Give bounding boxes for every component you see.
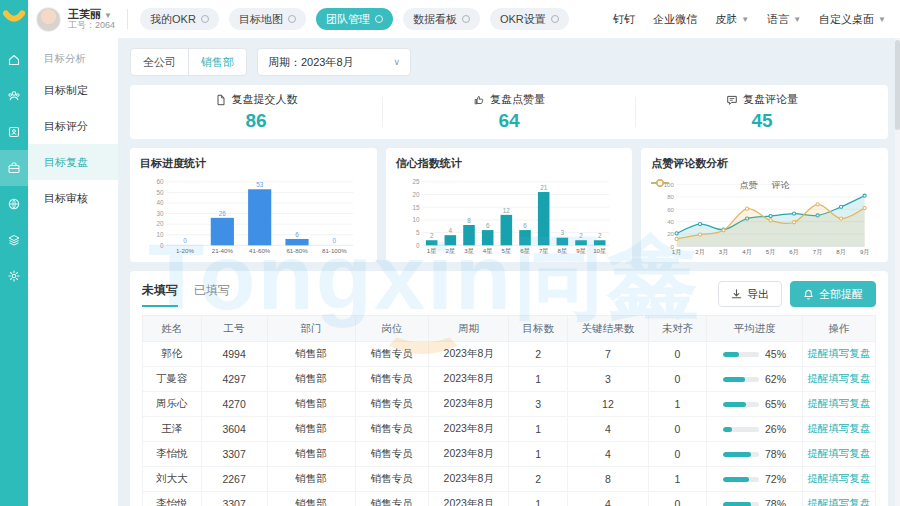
point [840,217,843,220]
legend-item[interactable]: 评论 [772,179,790,192]
rail-item-home-icon[interactable] [0,42,28,78]
remind-all-button[interactable]: 全部提醒 [790,281,876,307]
topbar-item[interactable]: 企业微信 [653,12,697,27]
point [863,206,866,209]
topbar-item[interactable]: 皮肤▼ [715,12,749,27]
sidebar-item[interactable]: 目标制定 [28,72,118,108]
cell-dept: 销售部 [267,492,355,506]
stat-value: 64 [498,110,519,132]
progress-track [723,502,759,506]
bar [519,230,531,245]
chart-card-confidence: 信心指数统计 051015202521星42星83星64星125星66星217星… [386,148,633,262]
remind-fill-link[interactable]: 提醒填写复盘 [807,347,870,359]
nav-tab[interactable]: 目标地图 [229,8,306,30]
cell-period: 2023年8月 [428,442,509,467]
remind-fill-link[interactable]: 提醒填写复盘 [807,472,870,484]
thumb-up-icon [473,94,485,106]
chart-card-likes-comments: 点赞评论数分析 点赞评论 0204060801001月2月3月4月5月6月7月8… [641,148,888,262]
rail-item-id-card-icon[interactable] [0,114,28,150]
svg-text:41-60%: 41-60% [249,247,271,254]
topbar-item-label: 自定义桌面 [819,12,874,27]
scope-segment[interactable]: 全公司 [131,49,188,75]
svg-text:3月: 3月 [719,248,728,256]
cell-goals: 3 [509,392,568,417]
cell-role: 销售专员 [355,392,428,417]
sidebar-item[interactable]: 目标评分 [28,108,118,144]
cell-krs: 12 [568,392,649,417]
svg-text:0: 0 [183,237,187,244]
remind-fill-link[interactable]: 提醒填写复盘 [807,422,870,434]
svg-text:2: 2 [579,232,583,239]
cell-dept: 销售部 [267,367,355,392]
cell-period: 2023年8月 [428,342,509,367]
svg-text:5星: 5星 [501,247,511,254]
cell-unaligned: 0 [648,367,707,392]
cell-goals: 1 [509,417,568,442]
progress-label: 65% [765,398,786,410]
period-select[interactable]: 周期：2023年8月 ∨ [257,48,411,76]
filter-row: 全公司销售部 周期：2023年8月 ∨ [130,48,888,76]
table-header-row: 姓名工号部门岗位周期目标数关键结果数未对齐平均进度操作 [143,316,876,342]
topbar-item[interactable]: 语言▼ [767,12,801,27]
scrollbar[interactable] [895,38,900,506]
point [769,214,772,217]
remind-all-label: 全部提醒 [819,287,863,302]
remind-fill-link[interactable]: 提醒填写复盘 [807,372,870,384]
sidebar-item[interactable]: 目标复盘 [28,144,118,180]
svg-text:10: 10 [412,216,420,223]
progress-track [723,402,759,407]
rail-item-gear-icon[interactable] [0,258,28,294]
rail-item-briefcase-icon[interactable] [0,150,28,186]
stat-value: 45 [751,110,772,132]
svg-text:6: 6 [486,222,490,229]
svg-text:5: 5 [416,229,420,236]
column-header: 目标数 [509,316,568,342]
nav-tab[interactable]: 我的OKR [140,8,219,30]
scrollbar-thumb[interactable] [895,40,900,130]
remind-fill-link[interactable]: 提醒填写复盘 [807,497,870,506]
nav-tab[interactable]: 团队管理 [316,8,393,30]
cell-progress: 62% [707,367,802,392]
smile-logo-icon [3,8,25,26]
nav-tab[interactable]: OKR设置 [490,8,569,30]
svg-text:2星: 2星 [445,247,455,254]
remind-fill-link[interactable]: 提醒填写复盘 [807,447,870,459]
cell-id: 3307 [201,492,267,506]
remind-fill-link[interactable]: 提醒填写复盘 [807,397,870,409]
svg-text:6星: 6星 [520,247,530,254]
svg-text:7月: 7月 [813,248,822,256]
cell-dept: 销售部 [267,442,355,467]
rail-item-globe-icon[interactable] [0,186,28,222]
svg-text:12: 12 [502,207,510,214]
nav-tab-label: 目标地图 [239,12,283,27]
table-row: 李怡悦3307销售部销售专员2023年8月14078%提醒填写复盘 [143,442,876,467]
svg-text:4: 4 [448,227,452,234]
table-row: 丁曼容4297销售部销售专员2023年8月13062%提醒填写复盘 [143,367,876,392]
topbar-item[interactable]: 钉钉 [613,12,635,27]
avatar[interactable] [36,7,61,32]
confidence-bar-chart: 051015202521星42星83星64星125星66星217星38星29星2… [396,171,623,258]
cell-krs: 8 [568,467,649,492]
rail-item-layers-icon[interactable] [0,222,28,258]
column-header: 关键结果数 [568,316,649,342]
column-header: 周期 [428,316,509,342]
home-icon [7,53,21,67]
globe-icon [7,197,21,211]
user-block[interactable]: 王芙丽▼ 工号：2064 [68,8,115,31]
svg-text:40: 40 [157,199,165,206]
topbar-item[interactable]: 自定义桌面▼ [819,12,886,27]
point [793,212,796,215]
scope-segment[interactable]: 销售部 [188,49,246,75]
export-button[interactable]: 导出 [718,281,782,307]
tab-badge-icon [551,15,559,23]
nav-tab[interactable]: 数据看板 [403,8,480,30]
svg-text:61-80%: 61-80% [286,247,308,254]
table-tab[interactable]: 已填写 [194,282,230,307]
rail-item-team-icon[interactable] [0,78,28,114]
tab-badge-icon [462,15,470,23]
topbar: 王芙丽▼ 工号：2064 我的OKR目标地图团队管理数据看板OKR设置 钉钉企业… [28,0,900,38]
nav-tab-label: 团队管理 [326,12,370,27]
table-tab[interactable]: 未填写 [142,282,178,307]
sidebar-item[interactable]: 目标审核 [28,180,118,216]
stat-item: 复盘点赞量64 [383,92,635,132]
